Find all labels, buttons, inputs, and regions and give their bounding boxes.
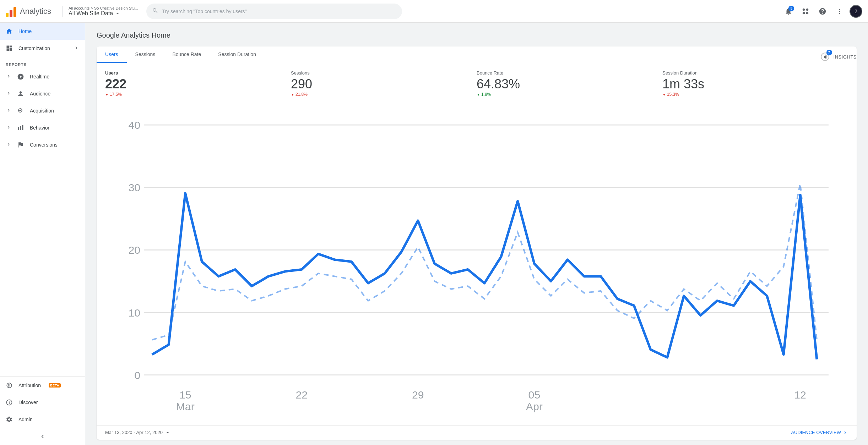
app-body: Home Customization REPORTS Realtime [0,23,868,445]
realtime-label: Realtime [30,74,49,79]
sidebar-item-audience[interactable]: Audience [0,85,85,102]
realtime-icon [17,73,24,80]
users-arrow-down-icon [105,92,109,97]
insights-button[interactable]: 7 INSIGHTS [819,51,857,62]
svg-text:15: 15 [179,389,191,401]
svg-text:12: 12 [794,389,806,401]
search-icon [152,7,158,15]
svg-text:40: 40 [128,119,140,131]
sidebar-item-customization[interactable]: Customization [0,40,85,57]
help-button[interactable] [815,4,830,18]
users-label: Users [105,70,282,76]
sidebar-item-discover[interactable]: Discover [0,394,85,411]
home-icon [6,28,13,35]
sidebar-collapse-button[interactable] [0,428,85,445]
session-duration-arrow-icon [662,92,666,97]
card-footer: Mar 13, 2020 - Apr 12, 2020 AUDIENCE OVE… [97,425,857,440]
audience-expand-icon [6,90,11,97]
bounce-rate-value: 64.83% [477,78,654,90]
sidebar-item-conversions[interactable]: Conversions [0,136,85,153]
sidebar-item-behavior[interactable]: Behavior [0,119,85,136]
sidebar-item-home[interactable]: Home [0,23,85,40]
session-duration-value: 1m 33s [662,78,840,90]
acquisition-icon [17,107,24,114]
discover-icon [6,399,13,406]
metrics-row: Users 222 17.5% Sessions 290 21.8% [97,63,857,103]
sessions-arrow-down-icon [291,92,294,97]
sidebar-bottom: Attribution BETA Discover Admin [0,377,85,445]
more-options-button[interactable] [832,4,847,18]
account-name: All Web Site Data [69,10,138,17]
home-label: Home [18,28,32,34]
svg-text:05: 05 [528,389,541,401]
audience-overview-link[interactable]: AUDIENCE OVERVIEW [791,430,848,435]
topbar: Analytics All accounts > So Creative Des… [0,0,868,23]
sessions-label: Sessions [291,70,468,76]
sidebar-item-admin[interactable]: Admin [0,411,85,428]
svg-text:0: 0 [134,369,140,381]
tab-session-duration[interactable]: Session Duration [210,46,265,63]
session-duration-change: 15.3% [662,92,840,97]
chart-container: 40 30 20 10 0 15 Mar 22 29 05 A [97,103,857,425]
metric-sessions: Sessions 290 21.8% [291,70,477,97]
main-content: Google Analytics Home 7 INSIGHTS Users S… [85,23,868,445]
behavior-expand-icon [6,125,11,131]
svg-rect-2 [22,125,23,130]
logo-bars-icon [6,6,16,17]
svg-rect-0 [18,127,19,130]
avatar[interactable]: 2 [850,5,862,18]
admin-icon [6,416,13,423]
sidebar-item-realtime[interactable]: Realtime [0,68,85,85]
discover-label: Discover [18,400,38,405]
audience-icon [17,90,24,97]
realtime-expand-icon [6,73,11,80]
notifications-button[interactable]: 3 [781,4,796,18]
account-path: All accounts > So Creative Design Stu... [69,6,138,10]
search-bar[interactable]: Try searching "Top countries by users" [146,4,402,19]
svg-text:Apr: Apr [526,401,543,412]
customization-label: Customization [18,45,50,51]
svg-point-4 [824,56,826,58]
svg-text:22: 22 [295,389,308,401]
bounce-rate-arrow-icon [477,92,480,97]
analytics-card: Users Sessions Bounce Rate Session Durat… [97,46,857,440]
users-change: 17.5% [105,92,282,97]
sidebar-item-attribution[interactable]: Attribution BETA [0,377,85,394]
app-name: Analytics [20,7,51,16]
audience-chevron-icon [842,430,848,435]
tab-bounce-rate[interactable]: Bounce Rate [164,46,210,63]
sidebar-item-acquisition[interactable]: Acquisition [0,102,85,119]
users-value: 222 [105,78,282,90]
date-range-text: Mar 13, 2020 - Apr 12, 2020 [105,430,163,435]
date-dropdown-icon [165,430,170,435]
audience-overview-text: AUDIENCE OVERVIEW [791,430,841,435]
tab-users[interactable]: Users [97,46,127,63]
insights-icon: 7 [819,51,831,62]
metric-session-duration: Session Duration 1m 33s 15.3% [662,70,848,97]
svg-text:Mar: Mar [176,401,195,412]
line-chart: 40 30 20 10 0 15 Mar 22 29 05 A [105,105,848,418]
beta-badge: BETA [49,383,61,388]
customization-icon [6,45,13,52]
behavior-label: Behavior [30,125,49,131]
sessions-value: 290 [291,78,468,90]
chevron-icon [74,45,79,52]
apps-button[interactable] [798,4,813,18]
account-info[interactable]: All accounts > So Creative Design Stu...… [69,6,138,17]
topbar-actions: 3 2 [781,4,862,18]
conversions-label: Conversions [30,142,58,148]
metric-bounce-rate: Bounce Rate 64.83% 1.8% [477,70,662,97]
tab-sessions[interactable]: Sessions [127,46,164,63]
insights-badge: 7 [826,50,832,55]
search-placeholder: Try searching "Top countries by users" [162,9,246,14]
topbar-divider [63,6,63,17]
session-duration-label: Session Duration [662,70,840,76]
acquisition-label: Acquisition [30,108,54,114]
attribution-label: Attribution [18,383,41,388]
page-title: Google Analytics Home [97,31,857,39]
svg-text:20: 20 [128,244,140,256]
date-range[interactable]: Mar 13, 2020 - Apr 12, 2020 [105,430,170,435]
sessions-change: 21.8% [291,92,468,97]
admin-label: Admin [18,417,33,422]
sidebar: Home Customization REPORTS Realtime [0,23,85,445]
